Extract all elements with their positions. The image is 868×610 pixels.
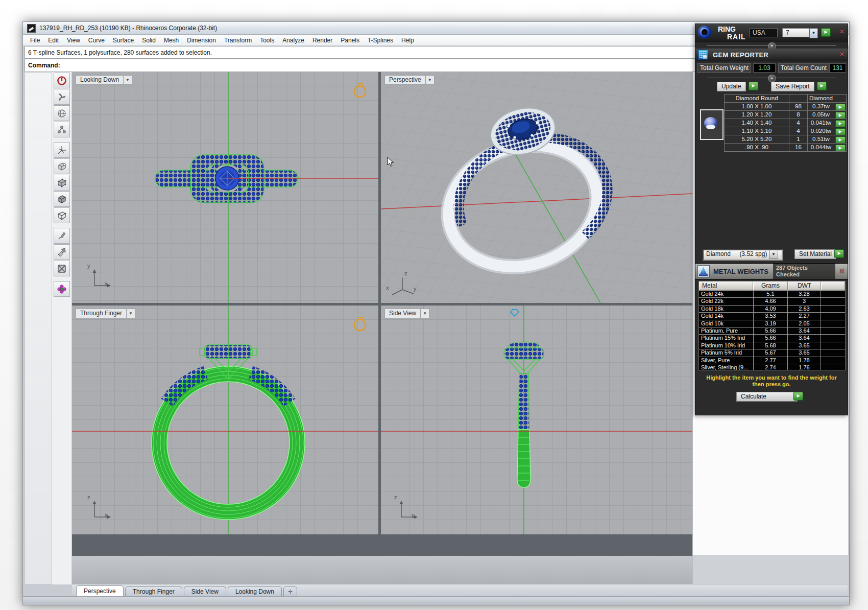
gem-select-button[interactable]: ▶ (835, 112, 846, 119)
calculate-row: Calculate ▶ (695, 391, 848, 404)
chevron-down-icon[interactable]: ▼ (426, 75, 435, 85)
metal-weights-panel: METAL WEIGHTS 287 Objects Checked ✕ Meta… (695, 263, 848, 404)
tab-looking-down[interactable]: Looking Down (228, 586, 282, 597)
menu-tools[interactable]: Tools (256, 36, 278, 45)
tab-through-finger[interactable]: Through Finger (125, 586, 182, 597)
ring-compass-icon (354, 317, 366, 331)
update-button[interactable]: Update (717, 82, 746, 91)
viewport-looking-down[interactable]: Looking Down ▼ y x (72, 72, 378, 303)
ring-rail-close-icon[interactable]: ✕ (839, 28, 845, 35)
window-title: 137919_RH_RD_253 (10190 KB) - Rhinoceros… (39, 25, 217, 32)
gem-select-button[interactable]: ▶ (835, 104, 846, 110)
viewport-title-label[interactable]: Looking Down (76, 75, 124, 85)
gem-select-button[interactable]: ▶ (835, 136, 846, 143)
metal-col-header[interactable]: Metal (699, 281, 753, 290)
menu-mesh[interactable]: Mesh (160, 36, 183, 45)
save-report-button[interactable]: Save Report (771, 82, 814, 91)
set-material-button[interactable]: Set Material (794, 249, 836, 259)
metal-row[interactable]: Silver, Pure2.771.78 (699, 357, 845, 364)
viewport-grid: Looking Down ▼ y x (72, 72, 692, 556)
metal-weights-close-icon[interactable]: ✕ (839, 268, 845, 275)
menu-solid[interactable]: Solid (138, 36, 160, 45)
scale-icon (697, 265, 710, 277)
menu-analyze[interactable]: Analyze (278, 36, 308, 45)
calculate-button[interactable]: Calculate (736, 392, 798, 402)
menu-panels[interactable]: Panels (336, 36, 364, 45)
pen-button[interactable] (54, 228, 70, 244)
stamp-button[interactable] (54, 244, 70, 260)
menu-curve[interactable]: Curve (84, 36, 109, 45)
calculate-go-button[interactable]: ▶ (793, 392, 803, 401)
menu-view[interactable]: View (63, 36, 84, 45)
menu-edit[interactable]: Edit (44, 36, 63, 45)
metal-row[interactable]: Platinum 5% Irid5.673.65 (699, 349, 845, 356)
viewport-title-label[interactable]: Perspective (384, 75, 426, 85)
set-material-go-button[interactable]: ▶ (834, 249, 844, 258)
viewport-perspective[interactable]: Perspective ▼ z x y (381, 72, 692, 303)
update-go-button[interactable]: ▶ (749, 82, 758, 90)
viewport-side-view[interactable]: Side View ▼ z y (381, 306, 692, 534)
viewport-title-label[interactable]: Through Finger (76, 309, 127, 318)
chevron-down-icon[interactable]: ▼ (124, 75, 132, 85)
viewport-through-finger[interactable]: Through Finger ▼ z x (72, 306, 378, 534)
metal-row[interactable]: Gold 10k3.192.05 (699, 320, 845, 327)
ring-size-select[interactable]: 7 (782, 28, 813, 37)
metal-row[interactable]: Gold 24k5.13.28 (699, 290, 845, 297)
menu-help[interactable]: Help (397, 36, 418, 45)
save-report-go-button[interactable]: ▶ (817, 82, 827, 90)
tsplines-toolbar (52, 72, 71, 584)
ring-rail-go-button[interactable]: ▶ (821, 28, 831, 37)
metal-weights-hint: Highlight the item you want to find the … (695, 374, 848, 388)
menu-surface[interactable]: Surface (109, 36, 138, 45)
metal-row[interactable]: Silver, Sterling (9...2.741.76 (699, 364, 845, 370)
cube-face-button[interactable] (54, 175, 70, 191)
flower-button[interactable] (54, 281, 70, 297)
menu-dimension[interactable]: Dimension (183, 36, 220, 45)
metal-row[interactable]: Gold 18k4.092.63 (699, 305, 845, 312)
metal-row[interactable]: Platinum, Pure5.663.64 (699, 327, 845, 334)
tab-perspective[interactable]: Perspective (76, 585, 124, 597)
gem-select-button[interactable]: ▶ (835, 120, 846, 127)
menu-render[interactable]: Render (308, 36, 336, 45)
power-button[interactable] (54, 73, 70, 88)
gem-row: 1.00 X 1.00980.37tw▶ (725, 102, 846, 110)
ring-rail-icon (698, 26, 711, 39)
viewport-title-side-view[interactable]: Side View ▼ (384, 309, 429, 318)
axes-button[interactable] (54, 142, 70, 158)
viewport-title-label[interactable]: Side View (384, 309, 421, 318)
menu-file[interactable]: File (26, 36, 44, 45)
chevron-down-icon[interactable]: ▼ (421, 309, 429, 318)
gem-select-button[interactable]: ▶ (835, 128, 846, 135)
cube-edge-button[interactable] (54, 191, 70, 207)
viewport-title-through-finger[interactable]: Through Finger ▼ (76, 309, 135, 318)
gem-row: 1.40 X 1.4040.041tw▶ (725, 119, 846, 127)
metal-row[interactable]: Gold 14k3.532.27 (699, 312, 845, 319)
viewport-title-perspective[interactable]: Perspective ▼ (384, 75, 435, 85)
total-gem-weight-label: Total Gem Weight (697, 63, 751, 73)
viewport-title-looking-down[interactable]: Looking Down ▼ (76, 75, 132, 85)
tab-side-view[interactable]: Side View (184, 586, 226, 597)
ring-size-dropdown-arrow[interactable]: ▼ (809, 28, 818, 38)
dwt-col-header[interactable]: DWT (788, 281, 822, 290)
new-viewport-tab-button[interactable]: ✛ (283, 586, 297, 597)
chevron-down-icon[interactable]: ▼ (127, 309, 135, 318)
gem-reporter-close-icon[interactable]: ✕ (839, 51, 845, 58)
axis-indicator-tr: z x y (388, 272, 419, 298)
cube-wire-button[interactable] (54, 207, 70, 223)
metal-row[interactable]: Gold 22k4.663 (699, 297, 845, 304)
globe-button[interactable] (54, 105, 70, 121)
grams-col-header[interactable]: Grams (753, 281, 788, 290)
gem-reporter-header: GEM REPORTER ✕ (695, 49, 848, 61)
ring-size-standard-field[interactable]: USA (750, 28, 778, 37)
cube-vertex-button[interactable] (54, 158, 70, 174)
material-dropdown-arrow[interactable]: ▼ (769, 250, 778, 259)
menu-tsplines[interactable]: T-Splines (364, 36, 397, 45)
gem-select-button[interactable]: ▶ (835, 145, 846, 151)
command-prompt-label: Command: (28, 62, 60, 69)
disabled-box-button[interactable] (54, 261, 70, 276)
nodes-button[interactable] (54, 122, 70, 137)
metal-row[interactable]: Platinum 15% Irid5.663.64 (699, 334, 845, 341)
metal-row[interactable]: Platinum 10% Irid5.683.65 (699, 342, 845, 349)
propeller-button[interactable] (54, 89, 70, 105)
menu-transform[interactable]: Transform (220, 36, 256, 45)
